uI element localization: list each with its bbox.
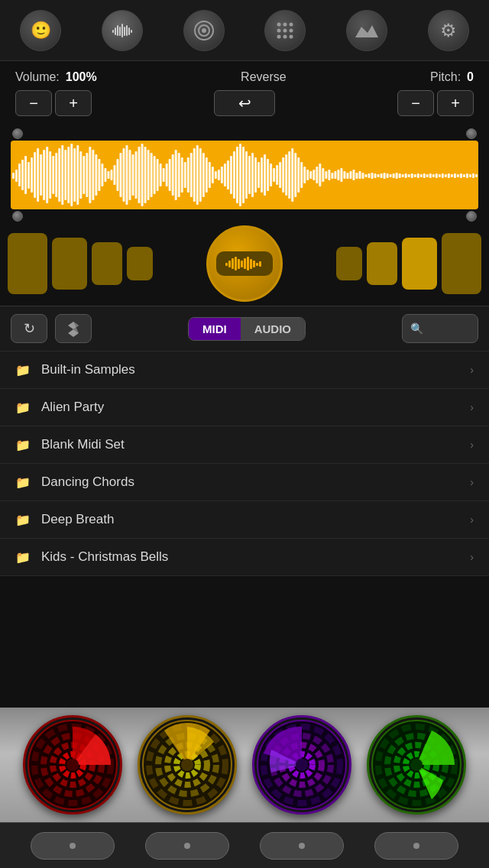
midi-tab[interactable]: MIDI	[189, 318, 241, 340]
refresh-icon: ↻	[24, 320, 35, 337]
list-item[interactable]: 📁 Blank Midi Set ›	[0, 426, 489, 464]
list-item[interactable]: 📁 Built-in Samples ›	[0, 351, 489, 389]
gear-nav-button[interactable]: ⚙	[428, 10, 469, 51]
svg-point-20	[290, 34, 293, 38]
svg-rect-109	[282, 157, 284, 193]
pad-right-2[interactable]	[367, 242, 397, 285]
bottom-pill-3[interactable]	[260, 832, 344, 860]
svg-rect-41	[73, 148, 76, 202]
svg-rect-136	[365, 174, 368, 177]
svg-rect-115	[300, 162, 303, 188]
list-item[interactable]: 📁 Alien Party ›	[0, 389, 489, 426]
svg-rect-110	[285, 154, 287, 196]
waveform-display[interactable]	[11, 141, 478, 209]
svg-rect-72	[169, 159, 171, 191]
list-item[interactable]: 📁 Kids - Christmas Bells ›	[0, 539, 489, 576]
file-browser-section: ↻ MIDI AUDIO 🔍 📁 Built-in Samples › 📁 Al…	[0, 306, 489, 576]
pad-right-3[interactable]	[402, 238, 437, 290]
grid-nav-button[interactable]	[264, 10, 306, 51]
svg-rect-178	[241, 261, 243, 267]
svg-point-198	[181, 759, 193, 771]
svg-rect-85	[209, 162, 211, 188]
svg-rect-93	[233, 151, 235, 199]
pitch-plus-button[interactable]: +	[437, 90, 474, 116]
svg-rect-50	[101, 164, 103, 186]
wheel-2[interactable]	[138, 715, 237, 815]
wheel-4[interactable]	[367, 715, 466, 815]
pad-left-2[interactable]	[52, 238, 87, 290]
svg-rect-56	[119, 153, 121, 197]
svg-rect-97	[245, 151, 248, 199]
target-nav-button[interactable]	[183, 10, 225, 51]
waveform-nav-button[interactable]	[102, 10, 143, 51]
svg-rect-176	[235, 257, 237, 270]
wheel-3[interactable]	[252, 715, 351, 815]
pad-section	[0, 222, 489, 306]
landscape-nav-button[interactable]	[346, 10, 387, 51]
wheel-1[interactable]	[23, 715, 122, 815]
svg-rect-163	[448, 173, 450, 178]
svg-point-15	[277, 28, 281, 32]
svg-rect-77	[184, 162, 186, 188]
bottom-pill-4[interactable]	[374, 832, 458, 860]
waveform-top-dots	[11, 128, 478, 139]
svg-rect-55	[116, 159, 118, 191]
svg-rect-78	[187, 157, 189, 193]
svg-rect-172	[475, 174, 478, 177]
file-item-name: Dancing Chords	[41, 474, 470, 490]
audio-tab[interactable]: AUDIO	[241, 318, 305, 340]
svg-rect-112	[291, 148, 293, 202]
svg-rect-26	[28, 162, 30, 189]
svg-rect-175	[232, 258, 234, 269]
refresh-button[interactable]: ↻	[11, 314, 47, 343]
reverse-button[interactable]: ↩	[214, 90, 275, 116]
svg-rect-42	[76, 145, 79, 205]
pad-left-1[interactable]	[8, 233, 47, 294]
svg-point-12	[277, 22, 281, 26]
pad-left-3[interactable]	[92, 242, 122, 285]
svg-rect-36	[58, 148, 60, 202]
svg-rect-66	[151, 153, 153, 197]
svg-rect-153	[417, 173, 419, 178]
bottom-pill-1[interactable]	[31, 832, 115, 860]
pitch-control: Pitch: 0	[430, 70, 474, 84]
left-handle[interactable]	[12, 128, 23, 139]
right-bottom-handle[interactable]	[466, 211, 477, 222]
svg-rect-184	[259, 261, 261, 267]
list-item[interactable]: 📁 Dancing Chords ›	[0, 464, 489, 501]
svg-rect-32	[46, 147, 48, 203]
bottom-pill-2[interactable]	[145, 832, 229, 860]
svg-point-11	[202, 28, 206, 33]
left-bottom-handle[interactable]	[12, 211, 23, 222]
volume-minus-button[interactable]: −	[15, 90, 52, 116]
pad-right-1[interactable]	[336, 247, 362, 280]
emoji-nav-button[interactable]: 🙂	[20, 10, 61, 51]
pitch-minus-button[interactable]: −	[397, 90, 434, 116]
pitch-label: Pitch:	[430, 70, 461, 84]
folder-icon: 📁	[15, 475, 31, 490]
play-center-button[interactable]	[206, 225, 283, 302]
list-item[interactable]: 📁 Deep Breath ›	[0, 501, 489, 539]
svg-rect-170	[469, 174, 471, 177]
pad-right-4[interactable]	[442, 233, 481, 294]
svg-rect-3	[119, 27, 121, 36]
volume-plus-button[interactable]: +	[55, 90, 92, 116]
svg-rect-54	[113, 165, 115, 185]
dropbox-button[interactable]	[55, 314, 92, 343]
svg-rect-125	[331, 173, 333, 179]
svg-rect-137	[368, 173, 371, 178]
chevron-right-icon: ›	[470, 551, 474, 563]
svg-rect-83	[202, 153, 205, 197]
svg-point-17	[290, 28, 293, 32]
svg-rect-37	[61, 145, 63, 205]
pad-left-4[interactable]	[127, 247, 153, 280]
svg-rect-39	[67, 147, 70, 203]
right-handle[interactable]	[466, 128, 477, 139]
svg-rect-139	[374, 173, 377, 178]
search-input[interactable]: 🔍	[402, 314, 478, 343]
pill-dot-3	[299, 843, 305, 849]
svg-rect-5	[124, 27, 125, 36]
svg-rect-57	[122, 148, 125, 202]
svg-rect-88	[218, 170, 220, 180]
svg-rect-95	[239, 144, 241, 206]
